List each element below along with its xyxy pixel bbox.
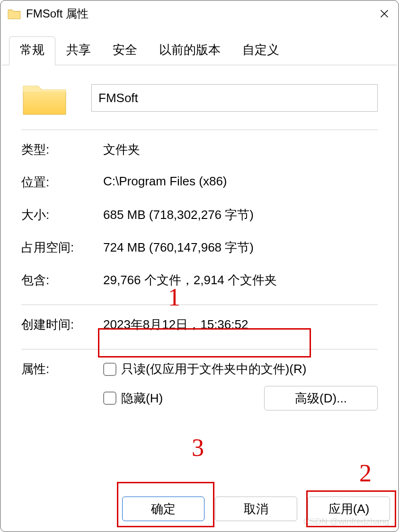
size-value: 685 MB (718,302,276 字节) [103,207,378,223]
contains-value: 29,766 个文件，2,914 个文件夹 [103,272,378,288]
size-on-disk-label: 占用空间: [21,239,103,256]
readonly-label: 只读(仅应用于文件夹中的文件)(R) [121,361,306,377]
size-on-disk-value: 724 MB (760,147,968 字节) [103,239,378,256]
folder-name-input[interactable] [91,84,378,112]
folder-icon [7,7,21,21]
ok-button[interactable]: 确定 [122,497,204,521]
created-label: 创建时间: [21,316,103,333]
cancel-button[interactable]: 取消 [215,497,297,521]
tab-general[interactable]: 常规 [9,36,55,65]
attributes-label: 属性: [21,361,103,377]
tab-panel-general: 类型: 文件夹 位置: C:\Program Files (x86) 大小: 6… [1,65,398,532]
hidden-checkbox-row[interactable]: 隐藏(H) [103,390,163,407]
window-title: FMSoft 属性 [26,6,375,21]
close-button[interactable] [375,4,394,23]
type-value: 文件夹 [103,141,378,158]
apply-button[interactable]: 应用(A) [308,497,390,521]
size-label: 大小: [21,207,103,223]
tab-sharing[interactable]: 共享 [55,36,102,65]
advanced-button[interactable]: 高级(D)... [264,386,378,410]
hidden-checkbox[interactable] [103,392,116,405]
tab-previous-versions[interactable]: 以前的版本 [148,36,231,65]
properties-dialog: FMSoft 属性 常规 共享 安全 以前的版本 自定义 [0,0,399,532]
readonly-checkbox[interactable] [103,363,116,376]
location-value: C:\Program Files (x86) [103,174,378,189]
tab-strip: 常规 共享 安全 以前的版本 自定义 [0,27,399,65]
divider [21,349,378,349]
location-label: 位置: [21,174,103,191]
readonly-checkbox-row[interactable]: 只读(仅应用于文件夹中的文件)(R) [103,361,378,377]
tab-customize[interactable]: 自定义 [231,36,290,65]
hidden-label: 隐藏(H) [121,390,163,407]
contains-label: 包含: [21,272,103,288]
divider [21,130,378,130]
close-icon [380,9,389,18]
tab-security[interactable]: 安全 [102,36,148,65]
dialog-footer: 确定 取消 应用(A) [9,497,390,521]
created-value: 2023年8月12日，15:36:52 [103,316,378,333]
divider [21,305,378,305]
titlebar: FMSoft 属性 [0,0,399,27]
folder-large-icon [21,79,68,116]
type-label: 类型: [21,141,103,158]
